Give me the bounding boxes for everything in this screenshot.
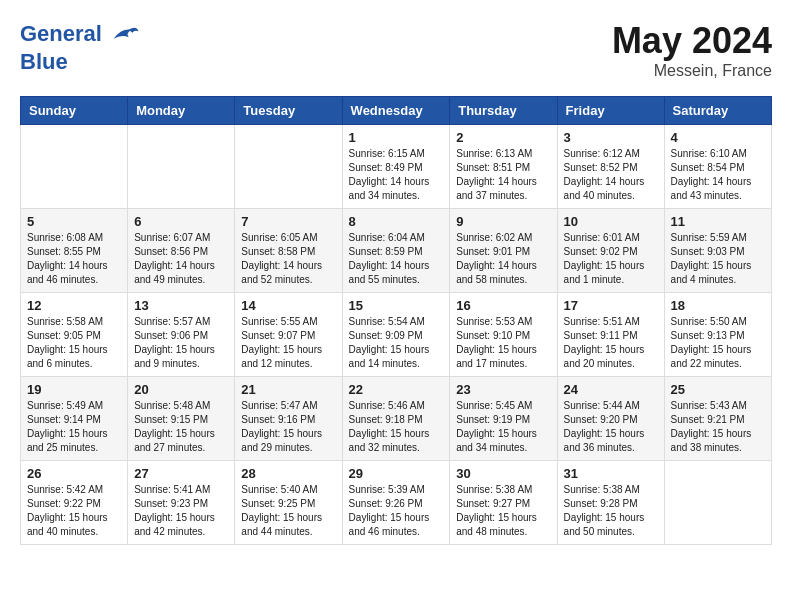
day-info: Sunrise: 5:54 AM Sunset: 9:09 PM Dayligh… [349,315,444,371]
calendar-cell: 15Sunrise: 5:54 AM Sunset: 9:09 PM Dayli… [342,293,450,377]
calendar-cell: 13Sunrise: 5:57 AM Sunset: 9:06 PM Dayli… [128,293,235,377]
day-info: Sunrise: 5:39 AM Sunset: 9:26 PM Dayligh… [349,483,444,539]
day-info: Sunrise: 5:44 AM Sunset: 9:20 PM Dayligh… [564,399,658,455]
day-number: 6 [134,214,228,229]
calendar-cell: 9Sunrise: 6:02 AM Sunset: 9:01 PM Daylig… [450,209,557,293]
month-title: May 2024 [612,20,772,62]
day-info: Sunrise: 5:49 AM Sunset: 9:14 PM Dayligh… [27,399,121,455]
weekday-header-saturday: Saturday [664,97,771,125]
day-number: 19 [27,382,121,397]
day-info: Sunrise: 5:42 AM Sunset: 9:22 PM Dayligh… [27,483,121,539]
day-info: Sunrise: 6:05 AM Sunset: 8:58 PM Dayligh… [241,231,335,287]
weekday-header-row: SundayMondayTuesdayWednesdayThursdayFrid… [21,97,772,125]
calendar-cell: 31Sunrise: 5:38 AM Sunset: 9:28 PM Dayli… [557,461,664,545]
title-block: May 2024 Messein, France [612,20,772,80]
day-number: 1 [349,130,444,145]
day-info: Sunrise: 5:41 AM Sunset: 9:23 PM Dayligh… [134,483,228,539]
day-number: 29 [349,466,444,481]
calendar-cell: 1Sunrise: 6:15 AM Sunset: 8:49 PM Daylig… [342,125,450,209]
calendar-cell: 18Sunrise: 5:50 AM Sunset: 9:13 PM Dayli… [664,293,771,377]
calendar-cell: 28Sunrise: 5:40 AM Sunset: 9:25 PM Dayli… [235,461,342,545]
day-number: 25 [671,382,765,397]
weekday-header-friday: Friday [557,97,664,125]
calendar-cell: 25Sunrise: 5:43 AM Sunset: 9:21 PM Dayli… [664,377,771,461]
day-number: 21 [241,382,335,397]
calendar-cell: 26Sunrise: 5:42 AM Sunset: 9:22 PM Dayli… [21,461,128,545]
calendar-cell: 10Sunrise: 6:01 AM Sunset: 9:02 PM Dayli… [557,209,664,293]
weekday-header-monday: Monday [128,97,235,125]
day-info: Sunrise: 5:48 AM Sunset: 9:15 PM Dayligh… [134,399,228,455]
day-info: Sunrise: 5:59 AM Sunset: 9:03 PM Dayligh… [671,231,765,287]
day-info: Sunrise: 5:47 AM Sunset: 9:16 PM Dayligh… [241,399,335,455]
day-info: Sunrise: 6:15 AM Sunset: 8:49 PM Dayligh… [349,147,444,203]
day-info: Sunrise: 6:12 AM Sunset: 8:52 PM Dayligh… [564,147,658,203]
day-number: 14 [241,298,335,313]
day-info: Sunrise: 6:01 AM Sunset: 9:02 PM Dayligh… [564,231,658,287]
day-number: 9 [456,214,550,229]
calendar-cell: 8Sunrise: 6:04 AM Sunset: 8:59 PM Daylig… [342,209,450,293]
calendar-cell [664,461,771,545]
day-number: 17 [564,298,658,313]
day-info: Sunrise: 5:45 AM Sunset: 9:19 PM Dayligh… [456,399,550,455]
day-number: 5 [27,214,121,229]
day-info: Sunrise: 5:50 AM Sunset: 9:13 PM Dayligh… [671,315,765,371]
day-info: Sunrise: 5:51 AM Sunset: 9:11 PM Dayligh… [564,315,658,371]
calendar-table: SundayMondayTuesdayWednesdayThursdayFrid… [20,96,772,545]
day-number: 15 [349,298,444,313]
day-number: 18 [671,298,765,313]
logo: General Blue [20,20,140,74]
calendar-cell: 23Sunrise: 5:45 AM Sunset: 9:19 PM Dayli… [450,377,557,461]
calendar-cell: 17Sunrise: 5:51 AM Sunset: 9:11 PM Dayli… [557,293,664,377]
calendar-cell [128,125,235,209]
calendar-cell: 20Sunrise: 5:48 AM Sunset: 9:15 PM Dayli… [128,377,235,461]
calendar-week-row: 5Sunrise: 6:08 AM Sunset: 8:55 PM Daylig… [21,209,772,293]
calendar-cell: 14Sunrise: 5:55 AM Sunset: 9:07 PM Dayli… [235,293,342,377]
weekday-header-sunday: Sunday [21,97,128,125]
calendar-cell: 24Sunrise: 5:44 AM Sunset: 9:20 PM Dayli… [557,377,664,461]
logo-text2: Blue [20,50,140,74]
calendar-week-row: 26Sunrise: 5:42 AM Sunset: 9:22 PM Dayli… [21,461,772,545]
day-number: 11 [671,214,765,229]
calendar-cell: 4Sunrise: 6:10 AM Sunset: 8:54 PM Daylig… [664,125,771,209]
day-number: 16 [456,298,550,313]
day-info: Sunrise: 5:53 AM Sunset: 9:10 PM Dayligh… [456,315,550,371]
location-title: Messein, France [612,62,772,80]
day-info: Sunrise: 6:08 AM Sunset: 8:55 PM Dayligh… [27,231,121,287]
weekday-header-tuesday: Tuesday [235,97,342,125]
calendar-cell: 7Sunrise: 6:05 AM Sunset: 8:58 PM Daylig… [235,209,342,293]
calendar-cell: 16Sunrise: 5:53 AM Sunset: 9:10 PM Dayli… [450,293,557,377]
weekday-header-thursday: Thursday [450,97,557,125]
day-number: 22 [349,382,444,397]
calendar-week-row: 12Sunrise: 5:58 AM Sunset: 9:05 PM Dayli… [21,293,772,377]
calendar-week-row: 1Sunrise: 6:15 AM Sunset: 8:49 PM Daylig… [21,125,772,209]
day-number: 30 [456,466,550,481]
day-number: 23 [456,382,550,397]
calendar-cell: 27Sunrise: 5:41 AM Sunset: 9:23 PM Dayli… [128,461,235,545]
calendar-cell: 22Sunrise: 5:46 AM Sunset: 9:18 PM Dayli… [342,377,450,461]
calendar-cell: 6Sunrise: 6:07 AM Sunset: 8:56 PM Daylig… [128,209,235,293]
calendar-cell: 12Sunrise: 5:58 AM Sunset: 9:05 PM Dayli… [21,293,128,377]
day-info: Sunrise: 5:43 AM Sunset: 9:21 PM Dayligh… [671,399,765,455]
day-number: 12 [27,298,121,313]
calendar-cell: 3Sunrise: 6:12 AM Sunset: 8:52 PM Daylig… [557,125,664,209]
day-info: Sunrise: 6:13 AM Sunset: 8:51 PM Dayligh… [456,147,550,203]
day-info: Sunrise: 6:07 AM Sunset: 8:56 PM Dayligh… [134,231,228,287]
day-number: 4 [671,130,765,145]
calendar-cell [21,125,128,209]
calendar-cell: 30Sunrise: 5:38 AM Sunset: 9:27 PM Dayli… [450,461,557,545]
day-info: Sunrise: 5:38 AM Sunset: 9:27 PM Dayligh… [456,483,550,539]
calendar-cell: 5Sunrise: 6:08 AM Sunset: 8:55 PM Daylig… [21,209,128,293]
calendar-cell: 11Sunrise: 5:59 AM Sunset: 9:03 PM Dayli… [664,209,771,293]
day-info: Sunrise: 5:40 AM Sunset: 9:25 PM Dayligh… [241,483,335,539]
day-info: Sunrise: 5:57 AM Sunset: 9:06 PM Dayligh… [134,315,228,371]
day-number: 31 [564,466,658,481]
day-info: Sunrise: 5:58 AM Sunset: 9:05 PM Dayligh… [27,315,121,371]
calendar-cell: 19Sunrise: 5:49 AM Sunset: 9:14 PM Dayli… [21,377,128,461]
day-number: 7 [241,214,335,229]
day-number: 3 [564,130,658,145]
day-info: Sunrise: 5:46 AM Sunset: 9:18 PM Dayligh… [349,399,444,455]
day-number: 20 [134,382,228,397]
day-info: Sunrise: 5:55 AM Sunset: 9:07 PM Dayligh… [241,315,335,371]
day-info: Sunrise: 5:38 AM Sunset: 9:28 PM Dayligh… [564,483,658,539]
day-number: 10 [564,214,658,229]
